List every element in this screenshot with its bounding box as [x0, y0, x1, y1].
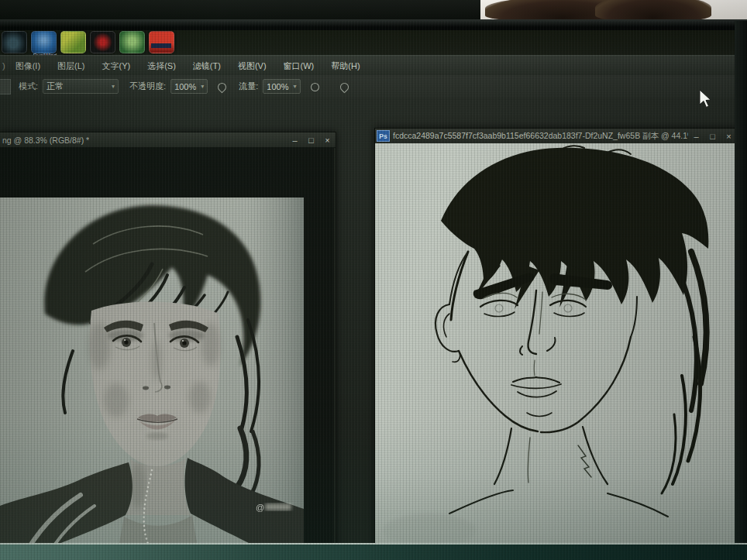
chevron-down-icon: ▾ — [201, 83, 204, 90]
mode-label: 模式: — [19, 81, 38, 92]
portrait-artwork: @ — [0, 198, 304, 560]
menu-item-layer[interactable]: 图层(L) — [49, 56, 93, 76]
sketch-title: fcdcca2489a7c5587f7cf3aab9b115ef66632dab… — [393, 131, 688, 142]
maximize-button[interactable]: □ — [303, 136, 319, 145]
blend-mode-value: 正常 — [46, 81, 64, 92]
sketch-artwork — [375, 143, 735, 558]
opacity-label: 不透明度: — [129, 81, 166, 92]
document-window-portrait: ng @ 88.3% (RGB/8#) * – □ × — [0, 132, 336, 560]
desktop-icon-winged-red[interactable] — [90, 31, 115, 53]
monitor-screen: DuniWind ) 图像(I) 图层(L) 文字(Y) 选择(S) 滤镜(T)… — [0, 30, 736, 544]
mouse-cursor — [698, 89, 712, 109]
brush-preset-chip[interactable] — [0, 79, 11, 94]
desktop-icon-row: DuniWind — [2, 31, 195, 55]
maximize-button[interactable]: □ — [704, 132, 721, 141]
desktop-icon-green-globe[interactable] — [119, 31, 145, 53]
pressure-opacity-icon[interactable] — [215, 81, 228, 93]
sketch-canvas[interactable] — [375, 143, 735, 558]
flow-value: 100% — [267, 82, 288, 91]
document-window-sketch: Ps fcdcca2489a7c5587f7cf3aab9b115ef66632… — [374, 128, 738, 560]
monitor-bezel-right — [735, 21, 747, 560]
photographed-monitor: { "chrome": { "minimize": "–", "maximize… — [0, 0, 747, 560]
wall-background — [479, 0, 747, 21]
portrait-title-bar[interactable]: ng @ 88.3% (RGB/8#) * – □ × — [0, 132, 336, 148]
desktop-icon-red-banner[interactable] — [149, 31, 174, 53]
menu-bar: ) 图像(I) 图层(L) 文字(Y) 选择(S) 滤镜(T) 视图(V) 窗口… — [0, 55, 736, 77]
person-hair-silhouette — [595, 0, 711, 20]
desktop-icon-yellow-green[interactable] — [60, 31, 86, 53]
menu-item-type[interactable]: 文字(Y) — [94, 56, 139, 76]
monitor-bezel-top — [0, 19, 747, 30]
workspace-background: ng @ 88.3% (RGB/8#) * – □ × — [0, 98, 736, 544]
ps-file-icon: Ps — [377, 130, 390, 142]
menu-item-help[interactable]: 帮助(H) — [322, 56, 368, 76]
opacity-dropdown[interactable]: 100% ▾ — [170, 79, 208, 94]
minimize-button[interactable]: – — [287, 136, 303, 145]
menu-item-view[interactable]: 视图(V) — [229, 56, 275, 76]
red-banner-stripe — [151, 43, 171, 48]
chevron-down-icon: ▾ — [293, 83, 296, 90]
desktop-icon-dark-disc[interactable] — [2, 31, 27, 53]
menu-item-partial[interactable]: ) — [0, 56, 7, 76]
menu-item-filter[interactable]: 滤镜(T) — [184, 56, 229, 76]
menu-item-window[interactable]: 窗口(W) — [275, 56, 323, 76]
airbrush-icon[interactable] — [308, 81, 321, 93]
tool-options-bar: 模式: 正常 ▾ 不透明度: 100% ▾ 流量: 100% ▾ — [0, 75, 736, 98]
monitor-bezel-top-left — [0, 0, 480, 21]
menu-item-select[interactable]: 选择(S) — [139, 56, 184, 76]
window-controls: – □ × — [287, 136, 336, 145]
window-controls: – □ × — [688, 132, 737, 141]
chevron-down-icon: ▾ — [112, 83, 115, 90]
portrait-title: ng @ 88.3% (RGB/8#) * — [0, 136, 89, 145]
opacity-value: 100% — [174, 82, 196, 91]
monitor-bezel-bottom — [0, 543, 747, 560]
flow-dropdown[interactable]: 100% ▾ — [263, 79, 300, 94]
flow-label: 流量: — [239, 81, 258, 92]
close-button[interactable]: × — [319, 136, 336, 145]
minimize-button[interactable]: – — [688, 132, 704, 141]
desktop-icon-blue[interactable]: DuniWind — [31, 31, 57, 53]
sketch-title-bar[interactable]: Ps fcdcca2489a7c5587f7cf3aab9b115ef66632… — [375, 129, 737, 144]
portrait-canvas[interactable]: @ — [0, 198, 304, 560]
pressure-size-icon[interactable] — [338, 81, 350, 93]
blend-mode-dropdown[interactable]: 正常 ▾ — [43, 79, 119, 94]
menu-item-image[interactable]: 图像(I) — [7, 56, 49, 76]
